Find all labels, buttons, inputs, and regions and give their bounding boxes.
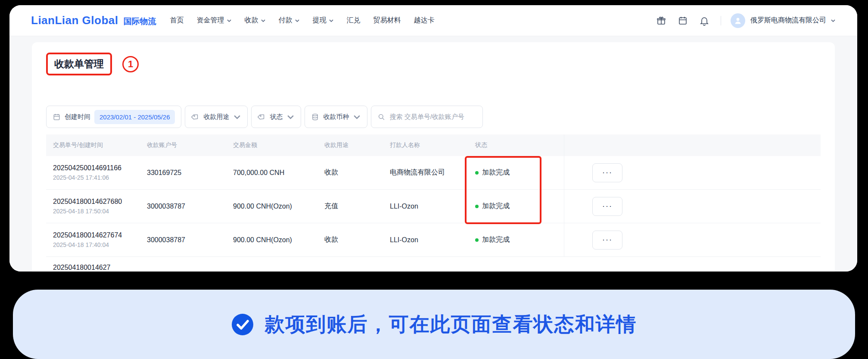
date-range-value[interactable]: 2023/02/01 - 2025/05/26 (94, 110, 175, 124)
more-actions-button[interactable]: ··· (592, 197, 622, 216)
browser-window: {{current_time}}-lixiang {{current_time}… (9, 5, 857, 272)
amount: 900.00 CNH(Ozon) (226, 203, 317, 210)
filter-bar: 创建时间 2023/02/01 - 2025/05/26 收款用途 状态 收款币… (46, 106, 821, 128)
purpose: 收款 (317, 168, 383, 177)
more-actions-button[interactable]: ··· (592, 163, 622, 182)
payer-name: LLI-Ozon (383, 203, 468, 210)
coins-icon (311, 113, 319, 121)
status-badge: 加款完成 (475, 202, 564, 211)
table-row: 202504250014691166 2025-04-25 17:41:06 3… (46, 156, 821, 190)
receive-account: 3000038787 (140, 203, 226, 210)
gift-icon[interactable] (656, 16, 666, 26)
title-annotation-box: 收款单管理 (46, 53, 112, 75)
chevron-down-icon[interactable] (831, 18, 836, 23)
txn-number: 202504250014691166 (53, 164, 140, 172)
payer-name: 电商物流有限公司 (383, 168, 468, 177)
search-input[interactable]: 搜索 交易单号/收款账户号 (371, 106, 483, 128)
nav-item-label: 付款 (279, 16, 292, 25)
chevron-down-icon (353, 113, 361, 121)
col-header-status: 状态 (468, 141, 564, 149)
chevron-down-icon (261, 18, 266, 23)
created-time: 2025-04-18 17:50:04 (53, 208, 140, 215)
col-header-actions (564, 134, 628, 156)
banner-text: 款项到账后，可在此页面查看状态和详情 (265, 311, 637, 338)
logo-text-en: LianLian Global (31, 14, 118, 27)
purpose-filter-label: 收款用途 (203, 113, 229, 121)
payer-name: LLI-Ozon (383, 236, 468, 244)
content-card: 收款单管理 1 创建时间 2023/02/01 - 2025/05/26 收款用… (32, 42, 835, 272)
nav-item-exchange[interactable]: 汇兑 (347, 16, 361, 25)
table-header-row: 交易单号/创建时间 收款账户号 交易金额 收款用途 打款人名称 状态 (46, 134, 821, 156)
purpose: 收款 (317, 235, 383, 244)
logo-text-cn: 国际物流 (124, 16, 156, 27)
nav-item-label: 资金管理 (197, 16, 224, 25)
chevron-down-icon (295, 18, 300, 23)
nav-item-funds[interactable]: 资金管理 (197, 16, 232, 25)
nav-item-label: 贸易材料 (373, 16, 401, 25)
bell-icon[interactable] (699, 16, 709, 26)
purpose-filter[interactable]: 收款用途 (185, 106, 248, 128)
status-badge: 加款完成 (475, 168, 564, 177)
txn-number: 202504180014627674 (53, 231, 140, 239)
status-badge: 加款完成 (475, 235, 564, 244)
receive-account: 330169725 (140, 169, 226, 177)
status-dot-green (475, 171, 479, 175)
page-background: 收款单管理 1 创建时间 2023/02/01 - 2025/05/26 收款用… (9, 36, 857, 272)
chevron-down-icon (233, 113, 241, 121)
status-filter-label: 状态 (270, 113, 283, 121)
chevron-down-icon (286, 113, 295, 121)
table-row: 202504180014627674 2025-04-18 17:40:04 3… (46, 223, 821, 257)
search-icon (377, 113, 386, 121)
nav-item-label: 越达卡 (414, 16, 435, 25)
nav-menu: 首页 资金管理 收款 付款 提现 汇兑 贸易材料 (170, 16, 435, 25)
nav-item-withdraw[interactable]: 提现 (313, 16, 334, 25)
currency-filter-label: 收款币种 (323, 113, 349, 121)
created-time: 2025-04-25 17:41:06 (53, 174, 140, 181)
nav-item-label: 提现 (313, 16, 327, 25)
info-banner: 款项到账后，可在此页面查看状态和详情 (13, 290, 855, 359)
table-row: 202504180014627680 2025-04-18 17:50:04 3… (46, 190, 821, 223)
amount: 900.00 CNH(Ozon) (226, 236, 317, 244)
date-filter-label: 创建时间 (65, 113, 90, 121)
tag-icon (258, 113, 266, 121)
receive-account: 3000038787 (140, 236, 226, 244)
col-header-amount: 交易金额 (226, 141, 317, 149)
nav-item-label: 收款 (245, 16, 258, 25)
created-time: 2025-04-18 17:40:04 (53, 241, 140, 248)
nav-item-home[interactable]: 首页 (170, 16, 184, 25)
col-header-account: 收款账户号 (140, 141, 226, 149)
receipts-table: 交易单号/创建时间 收款账户号 交易金额 收款用途 打款人名称 状态 20250… (46, 134, 821, 272)
avatar[interactable] (731, 13, 745, 28)
annotation-number-1: 1 (122, 56, 139, 72)
nav-item-label: 首页 (170, 16, 184, 25)
status-text: 加款完成 (482, 168, 510, 177)
calendar-icon (53, 113, 61, 121)
status-filter[interactable]: 状态 (251, 106, 301, 128)
search-placeholder: 搜索 交易单号/收款账户号 (389, 113, 464, 121)
txn-number: 202504180014627680 (53, 198, 140, 206)
table-row-partial: 202504180014627 (46, 257, 821, 272)
date-range-filter[interactable]: 创建时间 2023/02/01 - 2025/05/26 (46, 106, 181, 128)
col-header-purpose: 收款用途 (317, 141, 383, 149)
divider (721, 16, 721, 25)
amount: 700,000.00 CNH (226, 169, 317, 177)
title-row: 收款单管理 1 (46, 53, 821, 75)
person-icon (734, 16, 742, 25)
tag-icon (191, 113, 199, 121)
col-header-txn: 交易单号/创建时间 (46, 141, 140, 149)
nav-item-trade-materials[interactable]: 贸易材料 (373, 16, 401, 25)
company-name[interactable]: 俄罗斯电商物流有限公司 (750, 16, 826, 25)
nav-item-receive[interactable]: 收款 (245, 16, 266, 25)
logo[interactable]: LianLian Global 国际物流 (31, 14, 156, 27)
chevron-down-icon (329, 18, 334, 23)
nav-item-pay[interactable]: 付款 (279, 16, 300, 25)
currency-filter[interactable]: 收款币种 (305, 106, 367, 128)
check-circle-icon (231, 313, 254, 336)
status-dot-green (475, 238, 479, 242)
calendar-icon[interactable] (678, 16, 688, 26)
nav-item-yueda-card[interactable]: 越达卡 (414, 16, 435, 25)
more-actions-button[interactable]: ··· (592, 231, 622, 250)
status-text: 加款完成 (482, 202, 510, 211)
status-dot-green (475, 205, 479, 208)
txn-number: 202504180014627 (46, 257, 821, 272)
